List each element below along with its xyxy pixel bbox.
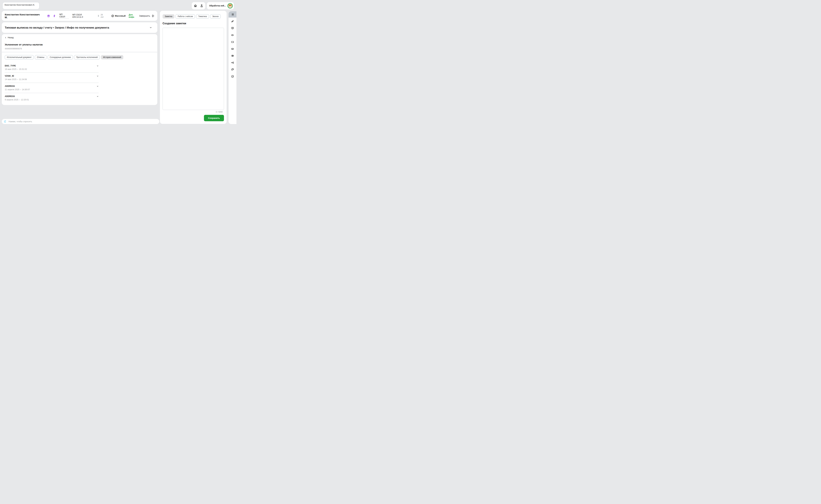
extra-info-link[interactable]: Доп. инфа — [129, 14, 139, 18]
sidebar-item-oval-list[interactable] — [229, 52, 237, 59]
chevron-down-icon — [149, 26, 152, 29]
wallet-icon — [231, 40, 234, 44]
case-title: Уклонение от уплаты налогов — [5, 43, 154, 46]
tab-change-history[interactable]: История изменений — [101, 55, 123, 59]
header-icons-card — [192, 2, 205, 9]
right-sidebar — [229, 11, 237, 124]
history-date: 9 апреля 2025 — [5, 99, 18, 101]
tab-executive-document[interactable]: Исполнительный документ — [5, 55, 34, 59]
segment-label: Массовый — [115, 15, 126, 17]
sidebar-item-list[interactable] — [229, 11, 237, 18]
back-button[interactable]: Назад — [5, 36, 16, 39]
assistant-input[interactable]: Нажми, чтобы спросить — [2, 119, 159, 124]
client-info-bar: Константин Константинович М. МП СБОЛ МП … — [2, 11, 157, 21]
history-row[interactable]: ADDRESS 9 апреля 2025 • 12:20:01 — [5, 95, 99, 103]
gauge-icon — [231, 47, 234, 51]
channel-badge[interactable]: МП СБОЛ — [59, 13, 69, 19]
back-label: Назад — [8, 36, 14, 39]
lightning-icon[interactable] — [53, 14, 56, 17]
network-icon — [231, 61, 234, 64]
history-date: 11 апреля 2025 — [5, 88, 19, 91]
channel-version: МП СБОЛ iOS:14.11.0 — [72, 14, 93, 18]
candy-icon — [231, 20, 234, 23]
sidebar-item-chats[interactable] — [229, 66, 237, 73]
age-badge: 26 лет — [97, 14, 106, 18]
oval-list-icon — [231, 54, 234, 57]
sidebar-item-clock-check[interactable] — [229, 73, 237, 80]
history-field: ADDRESS — [5, 85, 15, 87]
speaker-icon — [231, 33, 234, 37]
history-field: ADDRESS — [5, 95, 15, 97]
note-textarea[interactable] — [162, 28, 224, 110]
chevron-down-icon — [96, 65, 99, 67]
history-row[interactable]: VZISK_ID 14 мая 2025 • 11:24:08 — [5, 75, 99, 83]
avatar — [227, 3, 233, 9]
assistant-placeholder: Нажми, чтобы спросить — [9, 120, 32, 123]
tab-execution-protocols[interactable]: Протоколы исполнений — [74, 55, 100, 59]
sidebar-item-chat-list[interactable] — [229, 25, 237, 32]
processing-case-button[interactable]: Обработка кей... — [207, 2, 234, 9]
topic-title: Типовая выписка по вкладу / счету • Запр… — [5, 26, 109, 29]
change-history-list: DOC_TYPE 16 мая 2025 • 15:31:02 VZISK_ID… — [5, 65, 99, 103]
tab-note[interactable]: Заметка — [162, 14, 174, 19]
note-heading: Создание заметки — [162, 22, 224, 25]
sidebar-item-wallet[interactable] — [229, 39, 237, 45]
sidebar-item-gauge[interactable] — [229, 45, 237, 52]
sidebar-item-speaker[interactable] — [229, 32, 237, 39]
case-id: 444400099990876 — [5, 48, 154, 50]
chats-icon — [231, 68, 234, 71]
sidebar-item-network[interactable] — [229, 59, 237, 66]
tab-case-work[interactable]: Работа с кейсом — [175, 14, 195, 19]
client-session-tab[interactable]: Константин Константинович К. — [2, 2, 39, 9]
tab-thematics[interactable]: Тематика — [196, 14, 209, 19]
case-card: Назад Уклонение от уплаты налогов 444400… — [2, 34, 157, 105]
history-time: 15:31:02 — [19, 68, 27, 70]
client-session-tab-label: Константин Константинович К. — [5, 4, 35, 6]
history-time: 12:20:01 — [21, 99, 29, 101]
history-date: 16 мая 2025 — [5, 68, 16, 70]
gift-icon[interactable] — [47, 14, 50, 17]
sidebar-icon-column — [229, 18, 237, 80]
person-gray-icon — [97, 15, 100, 17]
chat-list-icon — [231, 27, 234, 30]
chevron-down-icon — [96, 95, 99, 97]
history-row[interactable]: ADDRESS 11 апреля 2025 • 14:30:07 — [5, 85, 99, 93]
chevron-down-icon — [96, 85, 99, 87]
user-icon[interactable] — [200, 4, 203, 8]
note-panel-tabs: Заметка Работа с кейсом Тематика Звонок — [162, 14, 224, 19]
age-label: 26 лет — [100, 14, 106, 18]
home-icon[interactable] — [193, 4, 197, 8]
history-time: 14:30:07 — [22, 88, 30, 91]
char-counter: 0 / 5000 — [162, 111, 224, 113]
finish-label: Завершить — [139, 15, 150, 17]
chevron-down-icon — [96, 75, 99, 77]
divider — [2, 52, 157, 52]
logout-icon — [151, 14, 154, 17]
history-date: 14 мая 2025 — [5, 78, 16, 81]
segment-badge: Массовый — [111, 14, 126, 17]
tab-joint-debtors[interactable]: Солидарные должники — [48, 55, 73, 59]
finish-session-button[interactable]: Завершить — [139, 14, 154, 17]
note-panel: Заметка Работа с кейсом Тематика Звонок … — [160, 11, 227, 124]
topic-dropdown[interactable]: Типовая выписка по вкладу / счету • Запр… — [2, 22, 157, 33]
header-actions: Обработка кей... — [192, 2, 234, 9]
history-field: VZISK_ID — [5, 75, 14, 77]
clock-check-icon — [231, 75, 234, 78]
list-icon — [231, 13, 234, 16]
sidebar-item-candy[interactable] — [229, 18, 237, 25]
history-field: DOC_TYPE — [5, 65, 16, 67]
processing-case-label: Обработка кей... — [209, 5, 226, 7]
history-time: 11:24:08 — [19, 78, 27, 81]
tab-cancellations[interactable]: Отмены — [35, 55, 46, 59]
client-name: Константин Константинович М. — [5, 13, 43, 19]
save-button[interactable]: Сохранить — [204, 115, 224, 121]
history-row[interactable]: DOC_TYPE 16 мая 2025 • 15:31:02 — [5, 65, 99, 73]
sparkle-icon — [4, 120, 7, 123]
chevron-left-icon — [5, 37, 7, 39]
case-tabs: Исполнительный документ Отмены Солидарны… — [5, 55, 123, 59]
tab-call[interactable]: Звонок — [210, 14, 221, 19]
check-circle-icon — [111, 14, 114, 17]
